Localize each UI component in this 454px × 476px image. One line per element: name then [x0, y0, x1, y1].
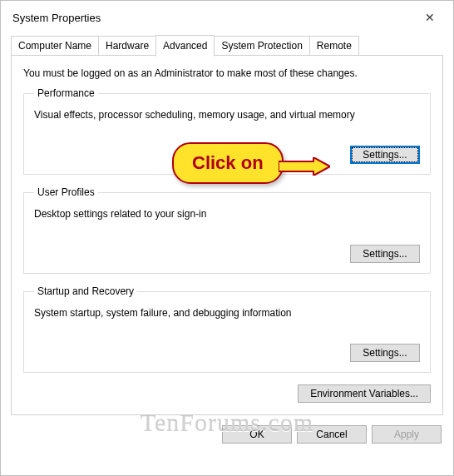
environment-variables-button[interactable]: Environment Variables... — [298, 384, 431, 403]
apply-button[interactable]: Apply — [372, 425, 442, 444]
close-icon[interactable]: ✕ — [418, 9, 442, 26]
tab-strip: Computer Name Hardware Advanced System P… — [11, 34, 443, 56]
annotation-callout: Click on — [172, 142, 284, 184]
group-performance-desc: Visual effects, processor scheduling, me… — [34, 109, 420, 121]
tab-remote[interactable]: Remote — [309, 36, 359, 56]
group-startup-recovery-legend: Startup and Recovery — [34, 285, 137, 297]
group-user-profiles: User Profiles Desktop settings related t… — [23, 186, 431, 274]
cancel-button[interactable]: Cancel — [297, 425, 367, 444]
dialog-button-row: OK Cancel Apply — [4, 422, 450, 449]
tab-computer-name[interactable]: Computer Name — [11, 36, 99, 56]
tab-advanced[interactable]: Advanced — [155, 35, 215, 57]
tab-system-protection[interactable]: System Protection — [214, 36, 309, 56]
title-bar: System Properties ✕ — [4, 4, 450, 34]
tab-panel-advanced: You must be logged on as an Administrato… — [11, 55, 443, 415]
group-startup-recovery-desc: System startup, system failure, and debu… — [34, 307, 420, 319]
ok-button[interactable]: OK — [222, 425, 292, 444]
user-profiles-settings-button[interactable]: Settings... — [350, 245, 420, 263]
group-user-profiles-desc: Desktop settings related to your sign-in — [34, 208, 420, 220]
annotation-callout-text: Click on — [192, 152, 264, 173]
group-performance-legend: Performance — [34, 87, 98, 99]
startup-recovery-settings-button[interactable]: Settings... — [350, 344, 420, 362]
admin-notice: You must be logged on as an Administrato… — [23, 67, 431, 79]
svg-marker-0 — [279, 157, 330, 176]
group-startup-recovery: Startup and Recovery System startup, sys… — [23, 285, 431, 373]
window-title: System Properties — [12, 12, 101, 24]
arrow-right-icon — [279, 157, 330, 176]
group-user-profiles-legend: User Profiles — [34, 186, 98, 198]
tab-hardware[interactable]: Hardware — [98, 36, 156, 56]
performance-settings-button[interactable]: Settings... — [350, 146, 420, 164]
